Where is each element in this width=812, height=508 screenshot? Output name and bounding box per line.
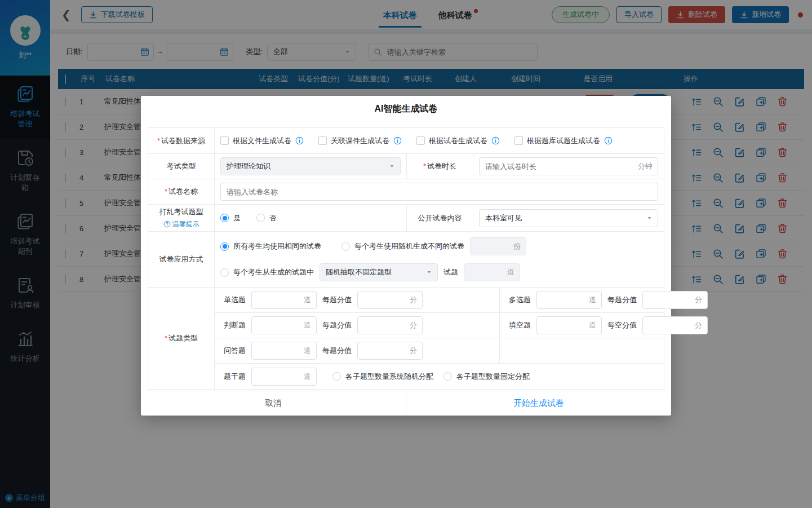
checkbox-icon (514, 136, 523, 145)
chevron-down-icon: ▼ (427, 270, 432, 275)
qtype-name: 问答题 (224, 346, 246, 356)
qtype-count-field[interactable]: 道 (536, 291, 602, 309)
source-option-label: 根据文件生成试卷 (233, 136, 291, 146)
draw-count-field[interactable]: 道 (464, 263, 520, 281)
qtype-score-input[interactable] (357, 316, 423, 334)
qtype-right: 填空题道每空分值分 (499, 313, 713, 338)
paper-copies-field[interactable]: 份 (470, 237, 526, 255)
qtype-score-field[interactable]: 分 (357, 316, 423, 334)
chevron-down-icon: ▼ (647, 216, 652, 220)
shuffle-yes-radio[interactable]: 是 (220, 213, 241, 223)
qtype-count-field[interactable]: 道 (251, 291, 317, 309)
qtype-count-input[interactable] (251, 291, 317, 309)
warm-tip-label: 温馨提示 (172, 219, 199, 229)
stem-question-row: 题干题道各子题型数量系统随机分配各子题型数量固定分配 (215, 364, 664, 389)
source-option-2[interactable]: 根据试卷生成试卷 (416, 136, 500, 146)
stem-count-field[interactable]: 道 (251, 368, 317, 386)
qtype-name: 多选题 (509, 295, 531, 305)
duration-field[interactable]: 分钟 (479, 157, 658, 175)
qtype-score-input[interactable] (642, 291, 708, 309)
qtype-count-input[interactable] (251, 342, 317, 360)
radio-icon (332, 372, 341, 381)
radio-selected-icon (220, 214, 229, 222)
qtype-name: 填空题 (509, 320, 531, 330)
visibility-value: 本科室可见 (485, 213, 522, 223)
source-option-1[interactable]: 关联课件生成试卷 (318, 136, 402, 146)
paper-name-field[interactable] (220, 183, 658, 201)
qtype-score-label: 每题分值 (607, 295, 637, 305)
duration-label: 试卷时长 (423, 161, 456, 171)
radio-selected-icon (220, 242, 229, 251)
question-types-grid: 单选题道每题分值分多选题道每题分值分判断题道每题分值分填空题道每空分值分问答题道… (215, 288, 664, 389)
qtype-count-input[interactable] (251, 316, 317, 334)
qtype-score-field[interactable]: 分 (642, 291, 708, 309)
start-generate-button[interactable]: 开始生成试卷 (406, 391, 671, 416)
qtype-count-input[interactable] (536, 291, 602, 309)
qtype-score-field[interactable]: 分 (642, 316, 708, 334)
modal-form: 试卷数据来源 根据文件生成试卷关联课件生成试卷根据试卷生成试卷根据题库试题生成试… (148, 127, 664, 390)
stem-distribution-label: 各子题型数量固定分配 (456, 372, 530, 382)
stem-distribution-radio-0[interactable]: 各子题型数量系统随机分配 (332, 372, 433, 382)
stem-distribution-radio-1[interactable]: 各子题型数量固定分配 (443, 372, 530, 382)
info-icon (491, 136, 500, 145)
draw-mode-select[interactable]: 随机抽取不固定题型 ▼ (320, 263, 438, 281)
visibility-label: 公开试卷内容 (418, 213, 462, 223)
stem-count-input[interactable] (251, 368, 317, 386)
question-type-row: 单选题道每题分值分多选题道每题分值分 (215, 288, 664, 313)
qtype-score-input[interactable] (642, 316, 708, 334)
duration-input[interactable] (479, 157, 658, 175)
info-icon (393, 136, 402, 145)
qtype-score-label: 每空分值 (607, 320, 637, 330)
qtype-left: 判断题道每题分值分 (215, 313, 499, 338)
shuffle-label: 打乱考试题型 (159, 207, 203, 217)
exam-type-select[interactable]: 护理理论知识 ▼ (220, 157, 401, 175)
shuffle-no-radio[interactable]: 否 (256, 213, 277, 223)
radio-icon (220, 268, 229, 277)
info-icon (604, 136, 613, 145)
source-option-3[interactable]: 根据题库试题生成试卷 (514, 136, 613, 146)
warm-tip-link[interactable]: 温馨提示 (163, 219, 199, 229)
qtype-name: 题干题 (224, 372, 246, 382)
qtype-count-field[interactable]: 道 (251, 342, 317, 360)
qtype-score-field[interactable]: 分 (357, 342, 423, 360)
modal-title: AI智能生成试卷 (141, 96, 671, 123)
qtype-score-label: 每题分值 (322, 295, 352, 305)
apply-draw-questions-radio[interactable]: 每个考生从生成的试题中 (220, 267, 314, 277)
paper-name-input[interactable] (220, 183, 658, 201)
cancel-button[interactable]: 取消 (141, 391, 406, 416)
qtype-score-input[interactable] (357, 342, 423, 360)
qtype-left: 单选题道每题分值分 (215, 288, 499, 312)
apply-same-paper-radio[interactable]: 所有考生均使用相同的试卷 (220, 241, 321, 251)
source-option-0[interactable]: 根据文件生成试卷 (220, 136, 304, 146)
qtype-score-input[interactable] (357, 291, 423, 309)
radio-icon (256, 214, 265, 222)
checkbox-icon (220, 136, 229, 145)
info-icon (295, 136, 304, 145)
question-type-row: 问答题道每题分值分 (215, 338, 664, 364)
qtype-score-label: 每题分值 (322, 346, 352, 356)
qtype-score-label: 每题分值 (322, 320, 352, 330)
question-circle-icon (163, 220, 171, 228)
app-root: ♥ + 刘** 培训考试管理计划暂存箱培训考试期刊计划审核统计分析 + 菜单分组… (0, 0, 812, 508)
qtype-count-field[interactable]: 道 (536, 316, 602, 334)
qtype-left: 问答题道每题分值分 (215, 338, 499, 363)
source-option-label: 关联课件生成试卷 (331, 136, 389, 146)
source-option-label: 根据试卷生成试卷 (429, 136, 487, 146)
question-type-row: 判断题道每题分值分填空题道每空分值分 (215, 313, 664, 338)
draw-count-input[interactable] (464, 263, 520, 281)
qtype-count-input[interactable] (536, 316, 602, 334)
visibility-select[interactable]: 本科室可见 ▼ (479, 209, 658, 227)
source-options: 根据文件生成试卷关联课件生成试卷根据试卷生成试卷根据题库试题生成试卷 (215, 128, 664, 153)
paper-copies-input[interactable] (470, 237, 526, 255)
stem-distribution-label: 各子题型数量系统随机分配 (345, 372, 433, 382)
apply-option-label: 每个考生从生成的试题中 (233, 267, 314, 277)
apply-random-paper-radio[interactable]: 每个考生使用随机生成不同的试卷 (341, 241, 464, 251)
qtype-name: 单选题 (224, 295, 246, 305)
qtype-score-field[interactable]: 分 (357, 291, 423, 309)
draw-questions-label: 试题 (443, 267, 458, 277)
source-option-label: 根据题库试题生成试卷 (527, 136, 600, 146)
apply-option-label: 每个考生使用随机生成不同的试卷 (354, 241, 464, 251)
qtype-right (499, 338, 664, 363)
qtype-count-field[interactable]: 道 (251, 316, 317, 334)
qtype-right: 多选题道每题分值分 (499, 288, 713, 312)
